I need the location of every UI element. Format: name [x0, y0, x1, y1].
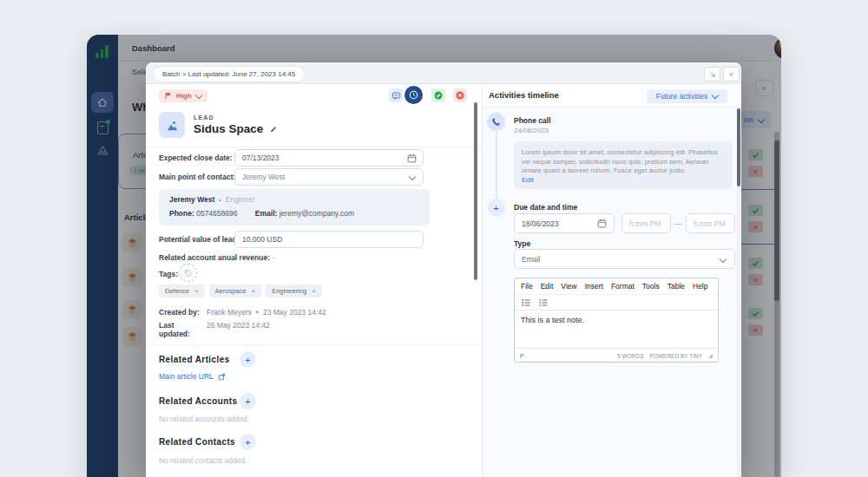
expected-close-label: Expected close date: [159, 154, 233, 162]
expected-close-input[interactable]: 07/13/2023 [234, 149, 424, 167]
close-button[interactable]: × [723, 67, 740, 82]
timeline-title: Activities timeline [489, 90, 559, 100]
related-contacts-title: Related Contacts [159, 437, 235, 447]
menu-help[interactable]: Help [693, 282, 707, 291]
lead-name: Sidus Space [194, 122, 263, 135]
tag-chip[interactable]: Engineering× [266, 284, 322, 297]
comments-button[interactable] [389, 88, 403, 102]
priority-dropdown[interactable]: High [159, 89, 207, 102]
type-select[interactable]: Email [514, 249, 735, 269]
accounts-empty-text: No related accounts added. [159, 415, 249, 423]
tags-label: Tags: [159, 270, 178, 278]
right-panel-scrollbar[interactable] [737, 108, 740, 477]
value-amount: 10,000 USD [242, 235, 282, 244]
expand-button[interactable] [704, 67, 720, 82]
phone-icon [491, 117, 501, 127]
editor-toolbar [515, 295, 718, 310]
time-separator: — [674, 219, 682, 228]
editor-content[interactable]: This is a test note. [515, 310, 718, 348]
tag-label: Aerospace [215, 287, 247, 295]
lead-avatar [159, 112, 185, 138]
menu-insert[interactable]: Insert [585, 282, 603, 291]
time-placeholder: h:mm PM [629, 219, 661, 228]
numbered-list-icon[interactable] [521, 297, 531, 308]
add-activity-button[interactable]: + [487, 199, 505, 217]
priority-label: High [176, 92, 192, 100]
word-count[interactable]: 5 WORDS [617, 353, 643, 359]
remove-tag-icon[interactable]: × [251, 287, 255, 295]
add-tag-button[interactable] [179, 264, 197, 282]
tag-icon [184, 269, 193, 278]
menu-table[interactable]: Table [667, 282, 685, 291]
scrollbar-thumb[interactable] [737, 108, 740, 186]
flag-icon [165, 92, 172, 100]
mark-won-button[interactable] [431, 88, 445, 102]
related-accounts-title: Related Accounts [159, 396, 238, 406]
calendar-icon[interactable] [407, 154, 417, 163]
contact-phone: 0574658696 [196, 209, 237, 218]
tag-label: Defence [165, 287, 189, 295]
close-icon: × [729, 70, 733, 79]
chevron-down-icon [712, 91, 719, 98]
divider [146, 345, 483, 346]
value-input[interactable]: 10,000 USD [234, 231, 424, 248]
breadcrumb: Batch > Last updated: June 27, 2023 14:4… [153, 66, 305, 82]
menu-file[interactable]: File [521, 282, 533, 291]
edit-pencil-icon[interactable] [269, 125, 278, 134]
add-contact-button[interactable]: + [240, 434, 256, 450]
check-circle-icon [433, 90, 444, 101]
menu-format[interactable]: Format [611, 282, 635, 291]
last-updated-value: 26 May 2023 14:42 [207, 321, 270, 338]
revenue-label: Related account anual revenue: [159, 253, 270, 262]
resize-handle[interactable] [708, 354, 713, 358]
menu-edit[interactable]: Edit [541, 282, 554, 291]
remove-tag-icon[interactable]: × [194, 287, 199, 295]
plus-icon: + [245, 355, 250, 365]
bullet-list-icon[interactable] [538, 297, 549, 308]
mark-lost-button[interactable] [453, 88, 467, 102]
tag-chip[interactable]: Aerospace× [209, 284, 262, 297]
contact-select[interactable]: Jeremy West [234, 168, 424, 186]
created-by-value: Frank Meyers [207, 308, 252, 317]
time-start-input[interactable]: h:mm PM [621, 213, 671, 233]
calendar-icon[interactable] [597, 219, 607, 228]
last-updated-label: Last updated: [159, 321, 202, 338]
main-article-link[interactable]: Main article URL [159, 372, 226, 381]
contact-email: jeremy@company.com [279, 209, 354, 218]
contact-name: Jeremy West [169, 195, 214, 204]
event-date: 24/08/2023 [514, 127, 549, 134]
plus-icon: + [245, 396, 250, 407]
history-button[interactable] [404, 86, 423, 104]
contacts-empty-text: No related contacts added. [159, 456, 247, 465]
due-date-label: Due date and time [514, 203, 577, 212]
editor-statusbar: P 5 WORDS POWERED BY TINY [515, 348, 718, 363]
timeline-filter-dropdown[interactable]: Future activities [647, 89, 727, 103]
add-account-button[interactable]: + [240, 393, 256, 409]
time-end-input[interactable]: h:mm PM [686, 213, 735, 233]
phone-label: Phone: [169, 209, 194, 218]
note-editor: File Edit View Insert Format Tools Table… [514, 278, 719, 363]
contact-card: Jeremy West • Engineer Phone: 0574658696… [159, 189, 430, 225]
remove-tag-icon[interactable]: × [312, 287, 316, 295]
email-label: Email: [255, 209, 278, 218]
plus-icon: + [245, 437, 250, 448]
powered-by-tiny[interactable]: POWERED BY TINY [650, 353, 702, 359]
modal-header: Batch > Last updated: June 27, 2023 14:4… [146, 62, 741, 84]
type-label: Type [514, 239, 530, 248]
due-date-input[interactable]: 18/06/2023 [514, 213, 615, 233]
menu-tools[interactable]: Tools [642, 282, 660, 291]
type-value: Email [522, 255, 540, 264]
clock-history-icon [408, 89, 419, 101]
value-label: Potential value of lead: [159, 235, 240, 244]
edit-link[interactable]: Edit [522, 176, 534, 184]
add-article-button[interactable]: + [240, 351, 256, 368]
chat-icon [391, 91, 401, 101]
tag-chip[interactable]: Defence× [159, 284, 205, 297]
lead-type-label: LEAD [194, 114, 214, 121]
image-icon [165, 119, 180, 132]
menu-view[interactable]: View [561, 282, 576, 291]
chevron-down-icon [195, 91, 202, 98]
resize-arrow-icon [708, 70, 717, 79]
left-panel-scrollbar[interactable] [474, 102, 477, 280]
chevron-down-icon [720, 256, 727, 263]
